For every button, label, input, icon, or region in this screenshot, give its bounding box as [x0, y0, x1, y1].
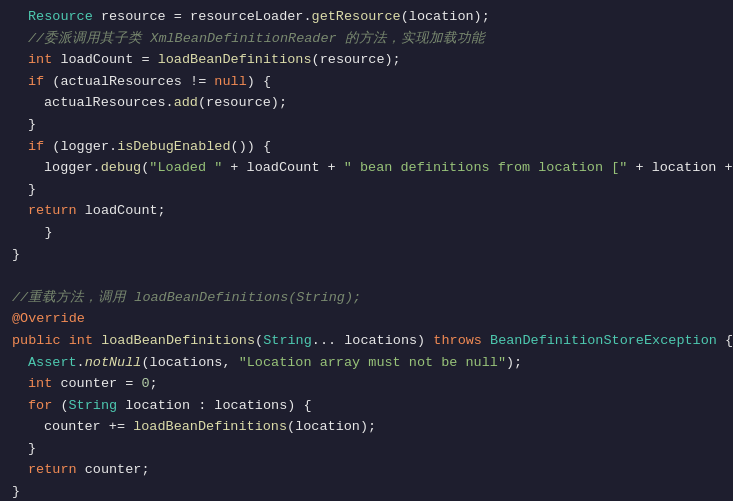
token: throws	[433, 330, 482, 352]
token	[93, 330, 101, 352]
token: notNull	[85, 352, 142, 374]
token	[12, 265, 20, 287]
token: (	[255, 330, 263, 352]
token: }	[28, 438, 36, 460]
token: //重载方法，调用 loadBeanDefinitions(String);	[12, 287, 361, 309]
token: ()) {	[231, 136, 272, 158]
token: (location);	[287, 416, 376, 438]
token	[482, 330, 490, 352]
token: BeanDefinitionStoreException	[490, 330, 717, 352]
code-line: }	[0, 114, 733, 136]
code-line: Assert . notNull (locations, "Location a…	[0, 352, 733, 374]
token: 0	[141, 373, 149, 395]
token: (logger.	[44, 136, 117, 158]
token: int	[69, 330, 93, 352]
token: ) {	[247, 71, 271, 93]
token: public	[12, 330, 61, 352]
token: + loadCount +	[222, 157, 344, 179]
token: //委派调用其子类 XmlBeanDefinitionReader 的方法，实现…	[28, 28, 485, 50]
code-line: int loadCount = loadBeanDefinitions (res…	[0, 49, 733, 71]
token: int	[28, 373, 52, 395]
token: add	[174, 92, 198, 114]
token: int	[28, 49, 52, 71]
token: location : locations) {	[117, 395, 311, 417]
code-line: int counter = 0 ;	[0, 373, 733, 395]
token: counter +=	[44, 416, 133, 438]
token: null	[214, 71, 246, 93]
token: return	[28, 200, 77, 222]
code-line	[0, 265, 733, 287]
code-line: Resource resource = resourceLoader. getR…	[0, 6, 733, 28]
code-line: }	[0, 222, 733, 244]
token: .	[77, 352, 85, 374]
token: loadCount;	[77, 200, 166, 222]
token: + location +	[627, 157, 733, 179]
code-line: }	[0, 481, 733, 501]
code-line: counter += loadBeanDefinitions (location…	[0, 416, 733, 438]
token: actualResources.	[44, 92, 174, 114]
token: if	[28, 71, 44, 93]
token: }	[12, 244, 20, 266]
token: " bean definitions from location ["	[344, 157, 628, 179]
token: return	[28, 459, 77, 481]
token: }	[28, 179, 36, 201]
token: ;	[150, 373, 158, 395]
token: Assert	[28, 352, 77, 374]
token: }	[28, 114, 36, 136]
token: }	[12, 222, 53, 244]
token: loadBeanDefinitions	[158, 49, 312, 71]
token: "Loaded "	[149, 157, 222, 179]
code-line: for ( String location : locations) {	[0, 395, 733, 417]
token: counter =	[52, 373, 141, 395]
code-line: actualResources. add (resource);	[0, 92, 733, 114]
token: }	[12, 481, 20, 501]
code-line: return counter;	[0, 459, 733, 481]
code-line: //重载方法，调用 loadBeanDefinitions(String);	[0, 287, 733, 309]
token: {	[717, 330, 733, 352]
token: "Location array must not be null"	[239, 352, 506, 374]
token: resource = resourceLoader.	[93, 6, 312, 28]
token: (	[52, 395, 68, 417]
code-line: if (logger. isDebugEnabled ()) {	[0, 136, 733, 158]
code-line: return loadCount;	[0, 200, 733, 222]
token: (locations,	[141, 352, 238, 374]
token: (	[141, 157, 149, 179]
code-line: //委派调用其子类 XmlBeanDefinitionReader 的方法，实现…	[0, 28, 733, 50]
token	[61, 330, 69, 352]
token: counter;	[77, 459, 150, 481]
token: @Override	[12, 308, 85, 330]
token: logger.	[44, 157, 101, 179]
code-line: @Override	[0, 308, 733, 330]
token: (resource);	[312, 49, 401, 71]
token: getResource	[312, 6, 401, 28]
code-line: logger. debug ( "Loaded " + loadCount + …	[0, 157, 733, 179]
token: (location);	[401, 6, 490, 28]
token: (resource);	[198, 92, 287, 114]
token: );	[506, 352, 522, 374]
token: isDebugEnabled	[117, 136, 230, 158]
token: ... locations)	[312, 330, 434, 352]
code-line: }	[0, 244, 733, 266]
token: loadBeanDefinitions	[101, 330, 255, 352]
token: for	[28, 395, 52, 417]
code-line: if (actualResources != null ) {	[0, 71, 733, 93]
token: String	[263, 330, 312, 352]
code-line: }	[0, 438, 733, 460]
code-line: }	[0, 179, 733, 201]
token: (actualResources !=	[44, 71, 214, 93]
token: debug	[101, 157, 142, 179]
token: String	[69, 395, 118, 417]
token: loadCount =	[52, 49, 157, 71]
token: if	[28, 136, 44, 158]
code-editor: Resource resource = resourceLoader. getR…	[0, 0, 733, 501]
code-line: public int loadBeanDefinitions ( String …	[0, 330, 733, 352]
token: Resource	[28, 6, 93, 28]
token: loadBeanDefinitions	[133, 416, 287, 438]
